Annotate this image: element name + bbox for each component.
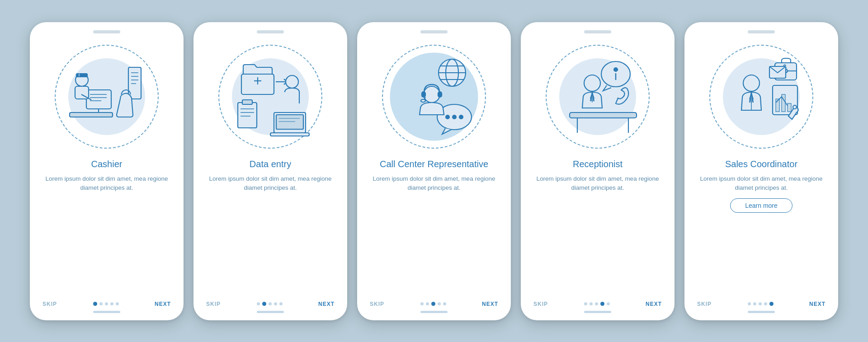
data-entry-body: Lorem ipsum dolor sit dim amet, mea regi… xyxy=(202,174,339,193)
phone-notch-2 xyxy=(257,30,284,33)
dot-4 xyxy=(279,302,283,305)
dot-2 xyxy=(595,302,598,305)
illustration-cashier xyxy=(48,38,165,155)
phone-receptionist: Receptionist Lorem ipsum dolor sit dim a… xyxy=(521,22,675,320)
svg-point-47 xyxy=(614,68,618,71)
cashier-bottom-bar xyxy=(93,311,120,313)
data-entry-skip[interactable]: SKIP xyxy=(206,301,221,307)
call-center-body: Lorem ipsum dolor sit dim amet, mea regi… xyxy=(365,174,503,193)
data-entry-bottom-bar xyxy=(257,311,284,313)
svg-point-39 xyxy=(453,115,456,119)
dot-0 xyxy=(257,302,260,305)
dot-0 xyxy=(420,302,424,305)
phone-cashier: Cashier Lorem ipsum dolor sit dim amet, … xyxy=(30,22,184,320)
dot-4 xyxy=(443,302,446,305)
sales-coordinator-next[interactable]: NEXT xyxy=(809,301,826,307)
cashier-dots xyxy=(93,302,119,306)
svg-rect-22 xyxy=(242,100,252,104)
receptionist-skip[interactable]: SKIP xyxy=(533,301,548,307)
svg-rect-7 xyxy=(76,74,87,77)
svg-point-65 xyxy=(793,105,797,109)
dot-0 xyxy=(93,302,97,306)
cashier-title: Cashier xyxy=(91,158,123,170)
call-center-skip[interactable]: SKIP xyxy=(370,301,384,307)
dot-3 xyxy=(438,302,441,305)
cashier-next[interactable]: NEXT xyxy=(155,301,171,307)
receptionist-bottom-bar xyxy=(584,311,611,313)
dot-1 xyxy=(753,302,756,305)
dot-2 xyxy=(759,302,762,305)
dot-4 xyxy=(769,302,774,306)
receptionist-title: Receptionist xyxy=(573,158,623,170)
cashier-footer: SKIP NEXT xyxy=(38,301,175,307)
call-center-svg xyxy=(389,49,479,144)
phones-container: Cashier Lorem ipsum dolor sit dim amet, … xyxy=(30,22,838,320)
svg-rect-53 xyxy=(570,112,637,118)
dot-2 xyxy=(105,302,108,305)
call-center-bottom-bar xyxy=(420,311,448,313)
svg-point-38 xyxy=(446,115,449,119)
dot-1 xyxy=(262,302,266,306)
learn-more-button[interactable]: Learn more xyxy=(730,198,793,213)
data-entry-next[interactable]: NEXT xyxy=(318,301,335,307)
phone-notch xyxy=(93,30,120,33)
dot-1 xyxy=(426,302,429,305)
dot-2 xyxy=(431,302,435,306)
receptionist-next[interactable]: NEXT xyxy=(646,301,662,307)
phone-sales-coordinator: $ xyxy=(684,22,838,320)
data-entry-footer: SKIP NEXT xyxy=(202,301,339,307)
svg-point-45 xyxy=(421,99,425,102)
call-center-footer: SKIP NEXT xyxy=(365,301,503,307)
illustration-receptionist xyxy=(539,38,656,155)
call-center-dots xyxy=(420,302,446,306)
svg-rect-28 xyxy=(276,115,303,129)
data-entry-title: Data entry xyxy=(250,158,291,170)
dot-0 xyxy=(748,302,751,305)
svg-point-49 xyxy=(584,75,600,91)
svg-rect-11 xyxy=(70,112,113,117)
dot-0 xyxy=(584,302,587,305)
data-entry-svg xyxy=(225,49,316,144)
receptionist-dots xyxy=(584,302,610,306)
svg-point-40 xyxy=(459,115,463,119)
illustration-sales-coordinator: $ xyxy=(703,38,820,155)
dot-1 xyxy=(99,302,103,305)
sales-coordinator-skip[interactable]: SKIP xyxy=(697,301,712,307)
svg-point-66 xyxy=(743,75,760,91)
sales-coordinator-body: Lorem ipsum dolor sit dim amet, mea regi… xyxy=(693,174,830,193)
dot-4 xyxy=(607,302,610,305)
sales-coordinator-svg: $ xyxy=(716,49,807,144)
dot-3 xyxy=(764,302,767,305)
phone-call-center: Call Center Representative Lorem ipsum d… xyxy=(357,22,511,320)
cashier-skip[interactable]: SKIP xyxy=(42,301,57,307)
dot-3 xyxy=(110,302,113,305)
sales-coordinator-dots xyxy=(748,302,774,306)
sales-coordinator-title: Sales Coordinator xyxy=(725,158,797,170)
dot-4 xyxy=(116,302,119,305)
receptionist-svg xyxy=(552,49,643,144)
svg-rect-21 xyxy=(238,103,257,128)
svg-point-41 xyxy=(424,86,440,103)
sales-coordinator-footer: SKIP NEXT xyxy=(693,301,830,307)
phone-notch-5 xyxy=(748,30,775,33)
svg-rect-64 xyxy=(788,103,791,112)
call-center-title: Call Center Representative xyxy=(380,158,488,170)
receptionist-footer: SKIP NEXT xyxy=(529,301,666,307)
phone-notch-4 xyxy=(584,30,611,33)
svg-rect-43 xyxy=(438,92,442,97)
dot-3 xyxy=(274,302,277,305)
sales-coordinator-bottom-bar xyxy=(748,311,775,313)
cashier-body: Lorem ipsum dolor sit dim amet, mea regi… xyxy=(38,174,175,193)
data-entry-dots xyxy=(257,302,283,306)
phone-notch-3 xyxy=(420,30,448,33)
cashier-svg xyxy=(61,49,152,144)
illustration-data-entry xyxy=(212,38,329,155)
dot-1 xyxy=(590,302,593,305)
receptionist-body: Lorem ipsum dolor sit dim amet, mea regi… xyxy=(529,174,666,193)
call-center-next[interactable]: NEXT xyxy=(482,301,498,307)
dot-2 xyxy=(269,302,272,305)
svg-rect-29 xyxy=(270,133,309,136)
svg-point-26 xyxy=(286,75,298,88)
phone-data-entry: Data entry Lorem ipsum dolor sit dim ame… xyxy=(193,22,347,320)
illustration-call-center xyxy=(375,38,493,155)
